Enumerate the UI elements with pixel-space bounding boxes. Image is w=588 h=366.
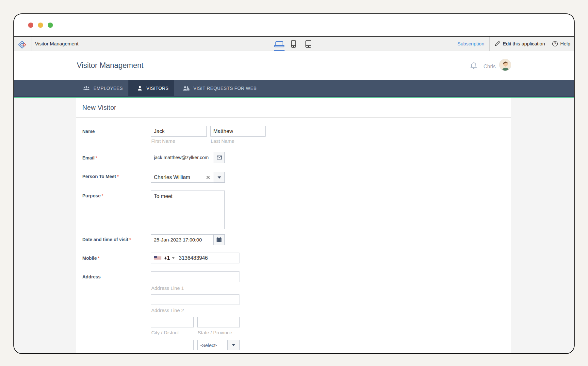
svg-text:?: ? (554, 42, 556, 46)
